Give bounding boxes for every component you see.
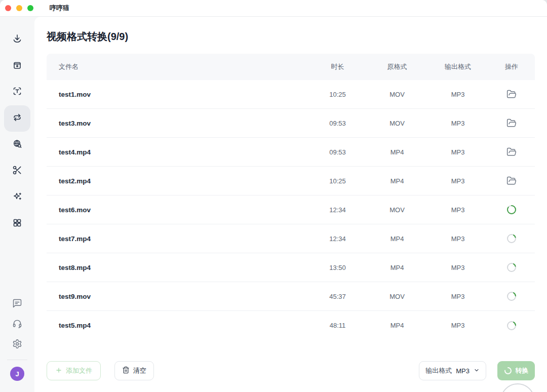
action-cell — [488, 175, 535, 187]
add-files-button[interactable]: 添加文件 — [47, 361, 101, 380]
table-row: test9.mov45:37MOVMP3 — [47, 282, 535, 311]
grid-icon — [12, 218, 22, 230]
column-header-source-format: 原格式 — [367, 62, 427, 71]
source-format: MP4 — [367, 235, 427, 243]
output-format: MP3 — [427, 120, 488, 127]
output-format: MP3 — [427, 91, 488, 98]
zoom-button[interactable] — [27, 5, 33, 11]
output-format: MP3 — [427, 293, 488, 300]
repeat-icon — [12, 112, 22, 125]
source-format: MOV — [367, 91, 427, 98]
download-icon — [12, 33, 22, 46]
trash-icon — [122, 366, 130, 375]
file-duration: 13:50 — [308, 264, 367, 271]
sidebar-item-feedback[interactable] — [7, 294, 27, 315]
progress-spinner — [506, 321, 517, 331]
sidebar-item-clip[interactable] — [4, 158, 30, 184]
table-row: test6.mov12:34MOVMP3 — [47, 195, 535, 224]
table-row: test1.mov10:25MOVMP3 — [47, 80, 535, 109]
sidebar-item-apps[interactable] — [4, 211, 30, 237]
titlebar: 哼哼猫 — [0, 0, 547, 17]
file-duration: 10:25 — [308, 177, 367, 185]
sidebar-item-support[interactable] — [7, 315, 27, 335]
add-files-label: 添加文件 — [66, 366, 92, 375]
text-scan-icon — [12, 86, 22, 98]
sidebar-item-archive-download[interactable] — [4, 53, 30, 79]
sparkles-icon — [12, 191, 22, 204]
source-format: MOV — [367, 293, 427, 300]
open-folder-button[interactable] — [505, 175, 518, 187]
floating-bubble[interactable] — [500, 383, 535, 392]
file-duration: 10:25 — [308, 91, 367, 98]
source-format: MOV — [367, 120, 427, 127]
output-format: MP3 — [427, 322, 488, 329]
sidebar: J — [0, 17, 34, 392]
file-duration: 48:11 — [308, 322, 367, 329]
output-format: MP3 — [427, 264, 488, 271]
sidebar-item-download[interactable] — [4, 26, 30, 53]
open-folder-button[interactable] — [505, 88, 518, 100]
table-row: test8.mp413:50MP4MP3 — [47, 253, 535, 282]
source-format: MOV — [367, 206, 427, 214]
sidebar-item-ai[interactable] — [4, 184, 30, 211]
close-button[interactable] — [5, 5, 11, 11]
sidebar-item-text-recognition[interactable] — [4, 79, 30, 105]
plus-icon — [55, 367, 62, 375]
table-row: test2.mp410:25MP4MP3 — [47, 167, 535, 195]
sidebar-item-format-convert[interactable] — [4, 105, 30, 132]
table-header: 文件名 时长 原格式 输出格式 操作 — [47, 54, 535, 80]
scissors-icon — [12, 165, 22, 177]
file-name: test9.mov — [47, 293, 308, 300]
open-folder-button[interactable] — [505, 117, 518, 129]
conversion-table: 文件名 时长 原格式 输出格式 操作 test1.mov10:25MOVMP3 … — [47, 54, 535, 340]
source-format: MP4 — [367, 322, 427, 329]
action-cell — [488, 262, 535, 272]
sidebar-item-settings[interactable] — [7, 335, 27, 355]
footer-toolbar: 添加文件 清空 输出格式 MP3 — [47, 361, 535, 380]
archive-download-icon — [12, 60, 22, 72]
file-name: test4.mp4 — [47, 148, 308, 156]
output-format: MP3 — [427, 148, 488, 156]
headphones-icon — [12, 319, 22, 331]
file-name: test1.mov — [47, 91, 308, 98]
action-cell — [488, 233, 535, 244]
convert-button[interactable]: 转换 — [497, 361, 535, 380]
output-format: MP3 — [427, 206, 488, 214]
gear-icon — [12, 339, 22, 351]
file-duration: 12:34 — [308, 235, 367, 243]
column-header-output-format: 输出格式 — [427, 62, 488, 71]
action-cell — [488, 321, 535, 331]
page-title: 视频格式转换(9/9) — [47, 29, 535, 44]
avatar[interactable]: J — [10, 367, 24, 381]
file-duration: 45:37 — [308, 293, 367, 300]
file-name: test2.mp4 — [47, 177, 308, 185]
source-format: MP4 — [367, 264, 427, 271]
file-duration: 09:53 — [308, 148, 367, 156]
file-name: test6.mov — [47, 206, 308, 214]
busy-spinner-icon — [504, 367, 512, 375]
file-name: test7.mp4 — [47, 235, 308, 243]
minimize-button[interactable] — [16, 5, 22, 11]
main-panel: 视频格式转换(9/9) 文件名 时长 原格式 输出格式 操作 test1.mov… — [34, 17, 547, 392]
table-row: test4.mp409:53MP4MP3 — [47, 138, 535, 167]
table-row: test7.mp412:34MP4MP3 — [47, 224, 535, 253]
sidebar-item-web-search[interactable] — [4, 132, 30, 158]
action-cell — [488, 117, 535, 129]
table-body: test1.mov10:25MOVMP3 test3.mov09:53MOVMP… — [47, 80, 535, 340]
open-folder-button[interactable] — [505, 146, 518, 158]
progress-spinner — [506, 205, 517, 215]
file-duration: 12:34 — [308, 206, 367, 214]
output-format-dropdown[interactable]: 输出格式 MP3 — [419, 361, 486, 380]
file-name: test3.mov — [47, 120, 308, 127]
window-title: 哼哼猫 — [50, 4, 69, 13]
table-row: test3.mov09:53MOVMP3 — [47, 109, 535, 138]
chevron-down-icon — [474, 367, 480, 375]
output-format: MP3 — [427, 177, 488, 185]
progress-spinner — [506, 233, 517, 244]
action-cell — [488, 205, 535, 215]
clear-button[interactable]: 清空 — [114, 361, 154, 380]
app-window: 哼哼猫 — [0, 0, 547, 392]
file-name: test5.mp4 — [47, 322, 308, 329]
globe-search-icon — [12, 139, 22, 151]
column-header-action: 操作 — [488, 62, 535, 71]
